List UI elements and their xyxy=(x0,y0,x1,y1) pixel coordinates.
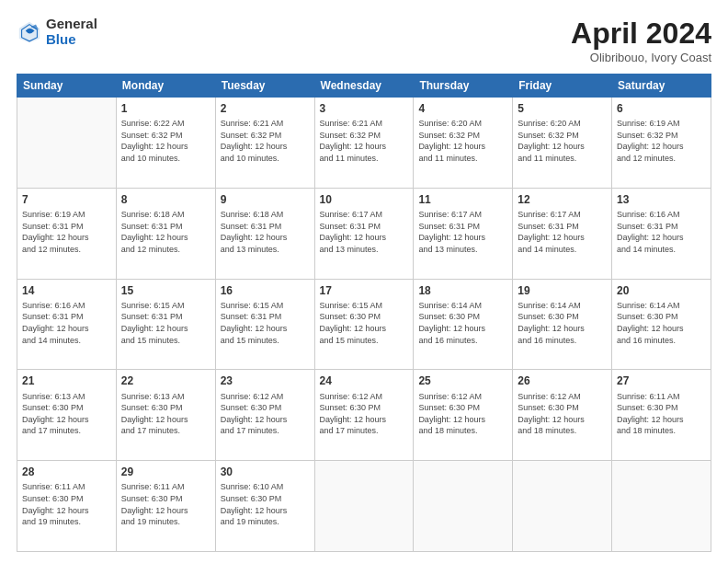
day-number: 17 xyxy=(320,283,409,298)
day-number: 7 xyxy=(22,192,111,207)
calendar-cell-w3-d3: 16Sunrise: 6:15 AM Sunset: 6:31 PM Dayli… xyxy=(215,279,314,370)
calendar-header-row: Sunday Monday Tuesday Wednesday Thursday… xyxy=(17,75,711,98)
calendar-cell-w4-d1: 21Sunrise: 6:13 AM Sunset: 6:30 PM Dayli… xyxy=(17,370,117,461)
logo: General Blue xyxy=(17,17,97,47)
day-info: Sunrise: 6:12 AM Sunset: 6:30 PM Dayligh… xyxy=(320,391,409,437)
header-saturday: Saturday xyxy=(612,75,711,98)
day-number: 3 xyxy=(320,101,409,116)
day-number: 21 xyxy=(22,373,111,388)
calendar-cell-w1-d3: 2Sunrise: 6:21 AM Sunset: 6:32 PM Daylig… xyxy=(215,98,314,189)
day-info: Sunrise: 6:10 AM Sunset: 6:30 PM Dayligh… xyxy=(221,481,310,527)
day-info: Sunrise: 6:19 AM Sunset: 6:32 PM Dayligh… xyxy=(617,118,706,164)
calendar-cell-w4-d5: 25Sunrise: 6:12 AM Sunset: 6:30 PM Dayli… xyxy=(414,370,513,461)
day-info: Sunrise: 6:16 AM Sunset: 6:31 PM Dayligh… xyxy=(22,300,111,346)
calendar-cell-w2-d3: 9Sunrise: 6:18 AM Sunset: 6:31 PM Daylig… xyxy=(215,188,314,279)
calendar-week-5: 28Sunrise: 6:11 AM Sunset: 6:30 PM Dayli… xyxy=(17,461,711,552)
header-sunday: Sunday xyxy=(17,75,117,98)
calendar-cell-w2-d6: 12Sunrise: 6:17 AM Sunset: 6:31 PM Dayli… xyxy=(513,188,612,279)
title-location: Olibribouo, Ivory Coast xyxy=(571,51,711,64)
calendar-cell-w5-d5 xyxy=(414,461,513,552)
calendar-cell-w3-d5: 18Sunrise: 6:14 AM Sunset: 6:30 PM Dayli… xyxy=(414,279,513,370)
day-number: 12 xyxy=(518,192,607,207)
day-number: 6 xyxy=(617,101,706,116)
calendar-cell-w2-d4: 10Sunrise: 6:17 AM Sunset: 6:31 PM Dayli… xyxy=(314,188,414,279)
day-info: Sunrise: 6:12 AM Sunset: 6:30 PM Dayligh… xyxy=(221,391,310,437)
calendar-cell-w1-d6: 5Sunrise: 6:20 AM Sunset: 6:32 PM Daylig… xyxy=(513,98,612,189)
logo-icon xyxy=(17,19,42,45)
calendar-cell-w5-d6 xyxy=(513,461,612,552)
day-info: Sunrise: 6:13 AM Sunset: 6:30 PM Dayligh… xyxy=(121,391,210,437)
day-info: Sunrise: 6:15 AM Sunset: 6:30 PM Dayligh… xyxy=(320,300,409,346)
calendar-cell-w3-d2: 15Sunrise: 6:15 AM Sunset: 6:31 PM Dayli… xyxy=(116,279,215,370)
day-number: 16 xyxy=(221,283,310,298)
calendar-cell-w3-d1: 14Sunrise: 6:16 AM Sunset: 6:31 PM Dayli… xyxy=(17,279,117,370)
header-friday: Friday xyxy=(513,75,612,98)
calendar-cell-w4-d6: 26Sunrise: 6:12 AM Sunset: 6:30 PM Dayli… xyxy=(513,370,612,461)
day-info: Sunrise: 6:15 AM Sunset: 6:31 PM Dayligh… xyxy=(121,300,210,346)
logo-text: General Blue xyxy=(46,17,97,47)
logo-general-text: General xyxy=(46,17,97,32)
day-info: Sunrise: 6:21 AM Sunset: 6:32 PM Dayligh… xyxy=(320,118,409,164)
day-info: Sunrise: 6:14 AM Sunset: 6:30 PM Dayligh… xyxy=(418,300,507,346)
title-block: April 2024 Olibribouo, Ivory Coast xyxy=(571,17,711,64)
day-info: Sunrise: 6:14 AM Sunset: 6:30 PM Dayligh… xyxy=(518,300,607,346)
calendar-cell-w4-d3: 23Sunrise: 6:12 AM Sunset: 6:30 PM Dayli… xyxy=(215,370,314,461)
day-info: Sunrise: 6:17 AM Sunset: 6:31 PM Dayligh… xyxy=(320,209,409,255)
calendar-cell-w3-d6: 19Sunrise: 6:14 AM Sunset: 6:30 PM Dayli… xyxy=(513,279,612,370)
day-number: 9 xyxy=(221,192,310,207)
day-info: Sunrise: 6:14 AM Sunset: 6:30 PM Dayligh… xyxy=(617,300,706,346)
day-number: 29 xyxy=(121,465,210,479)
day-info: Sunrise: 6:21 AM Sunset: 6:32 PM Dayligh… xyxy=(221,118,310,164)
header-thursday: Thursday xyxy=(414,75,513,98)
day-number: 15 xyxy=(121,283,210,298)
header-tuesday: Tuesday xyxy=(215,75,314,98)
day-number: 11 xyxy=(418,192,507,207)
calendar-cell-w2-d7: 13Sunrise: 6:16 AM Sunset: 6:31 PM Dayli… xyxy=(612,188,711,279)
day-number: 13 xyxy=(617,192,706,207)
calendar-table: Sunday Monday Tuesday Wednesday Thursday… xyxy=(17,74,711,552)
day-info: Sunrise: 6:12 AM Sunset: 6:30 PM Dayligh… xyxy=(418,391,507,437)
day-info: Sunrise: 6:18 AM Sunset: 6:31 PM Dayligh… xyxy=(121,209,210,255)
calendar-cell-w1-d2: 1Sunrise: 6:22 AM Sunset: 6:32 PM Daylig… xyxy=(116,98,215,189)
day-number: 10 xyxy=(320,192,409,207)
day-info: Sunrise: 6:11 AM Sunset: 6:30 PM Dayligh… xyxy=(617,391,706,437)
calendar-cell-w2-d2: 8Sunrise: 6:18 AM Sunset: 6:31 PM Daylig… xyxy=(116,188,215,279)
day-info: Sunrise: 6:11 AM Sunset: 6:30 PM Dayligh… xyxy=(22,481,111,527)
day-info: Sunrise: 6:19 AM Sunset: 6:31 PM Dayligh… xyxy=(22,209,111,255)
logo-blue-text: Blue xyxy=(46,32,97,48)
calendar-week-3: 14Sunrise: 6:16 AM Sunset: 6:31 PM Dayli… xyxy=(17,279,711,370)
day-number: 1 xyxy=(121,101,210,116)
day-info: Sunrise: 6:20 AM Sunset: 6:32 PM Dayligh… xyxy=(418,118,507,164)
calendar-cell-w4-d4: 24Sunrise: 6:12 AM Sunset: 6:30 PM Dayli… xyxy=(314,370,414,461)
day-info: Sunrise: 6:20 AM Sunset: 6:32 PM Dayligh… xyxy=(518,118,607,164)
calendar-cell-w3-d7: 20Sunrise: 6:14 AM Sunset: 6:30 PM Dayli… xyxy=(612,279,711,370)
day-number: 25 xyxy=(418,373,507,388)
header-wednesday: Wednesday xyxy=(314,75,414,98)
calendar-cell-w1-d5: 4Sunrise: 6:20 AM Sunset: 6:32 PM Daylig… xyxy=(414,98,513,189)
day-number: 19 xyxy=(518,283,607,298)
day-number: 4 xyxy=(418,101,507,116)
day-info: Sunrise: 6:18 AM Sunset: 6:31 PM Dayligh… xyxy=(221,209,310,255)
calendar-cell-w3-d4: 17Sunrise: 6:15 AM Sunset: 6:30 PM Dayli… xyxy=(314,279,414,370)
day-info: Sunrise: 6:12 AM Sunset: 6:30 PM Dayligh… xyxy=(518,391,607,437)
calendar-week-4: 21Sunrise: 6:13 AM Sunset: 6:30 PM Dayli… xyxy=(17,370,711,461)
calendar-week-1: 1Sunrise: 6:22 AM Sunset: 6:32 PM Daylig… xyxy=(17,98,711,189)
page: General Blue April 2024 Olibribouo, Ivor… xyxy=(0,0,728,563)
day-number: 22 xyxy=(121,373,210,388)
calendar-week-2: 7Sunrise: 6:19 AM Sunset: 6:31 PM Daylig… xyxy=(17,188,711,279)
calendar-cell-w5-d1: 28Sunrise: 6:11 AM Sunset: 6:30 PM Dayli… xyxy=(17,461,117,552)
day-number: 5 xyxy=(518,101,607,116)
calendar-cell-w2-d1: 7Sunrise: 6:19 AM Sunset: 6:31 PM Daylig… xyxy=(17,188,117,279)
day-number: 8 xyxy=(121,192,210,207)
calendar-cell-w5-d3: 30Sunrise: 6:10 AM Sunset: 6:30 PM Dayli… xyxy=(215,461,314,552)
day-info: Sunrise: 6:16 AM Sunset: 6:31 PM Dayligh… xyxy=(617,209,706,255)
calendar-cell-w4-d2: 22Sunrise: 6:13 AM Sunset: 6:30 PM Dayli… xyxy=(116,370,215,461)
day-number: 2 xyxy=(221,101,310,116)
day-info: Sunrise: 6:11 AM Sunset: 6:30 PM Dayligh… xyxy=(121,481,210,527)
calendar-cell-w5-d4 xyxy=(314,461,414,552)
calendar-cell-w4-d7: 27Sunrise: 6:11 AM Sunset: 6:30 PM Dayli… xyxy=(612,370,711,461)
day-info: Sunrise: 6:17 AM Sunset: 6:31 PM Dayligh… xyxy=(418,209,507,255)
calendar-cell-w2-d5: 11Sunrise: 6:17 AM Sunset: 6:31 PM Dayli… xyxy=(414,188,513,279)
calendar-cell-w5-d2: 29Sunrise: 6:11 AM Sunset: 6:30 PM Dayli… xyxy=(116,461,215,552)
day-number: 27 xyxy=(617,373,706,388)
